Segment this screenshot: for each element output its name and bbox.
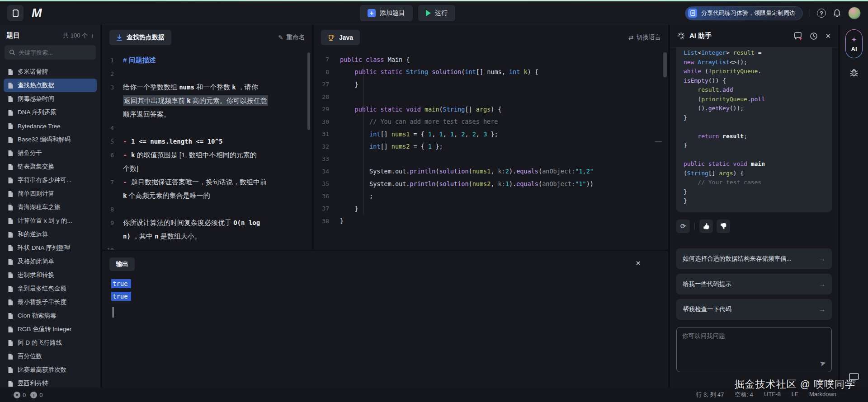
line-number: 8 [102, 206, 123, 213]
markdown-line: 9你所设计算法的时间复杂度必须优于 O(n log [102, 216, 312, 229]
new-chat-icon[interactable] [794, 32, 802, 40]
markdown-line: 返回其中出现频率前 k 高的元素。你可以按任意 [102, 94, 312, 108]
ai-close-icon[interactable]: ✕ [825, 32, 831, 40]
run-button[interactable]: 运行 [418, 5, 455, 21]
line-number: 9 [102, 220, 123, 226]
search-box[interactable] [5, 45, 96, 60]
code-scrollbar[interactable] [663, 52, 667, 77]
code-line: 28 [314, 91, 668, 103]
send-icon[interactable]: ➤ [818, 358, 827, 369]
code-editor[interactable]: 7public class Main {8 public static Stri… [314, 50, 668, 250]
logo-m[interactable]: M [32, 6, 42, 20]
console-monitor-icon[interactable] [849, 372, 859, 382]
markdown-line: 3给你一个整数数组 nums 和一个整数 k ，请你 [102, 80, 312, 94]
sort-arrow-icon[interactable]: ↑ [91, 32, 94, 39]
add-question-button[interactable]: + 添加题目 [360, 5, 413, 21]
sidebar-item[interactable]: 比赛最高获胜次数 [4, 363, 97, 377]
sidebar-item-label: 猫鱼分干 [18, 149, 42, 157]
eol-type[interactable]: LF [792, 391, 798, 399]
sidebar-item[interactable]: 及格如此简单 [4, 255, 97, 268]
sidebar-item[interactable]: 简单四则计算 [4, 187, 97, 201]
sidebar-item[interactable]: 昱西利芬特 [4, 377, 97, 388]
search-input[interactable] [19, 49, 86, 56]
suggestion-chip[interactable]: 给我一些代码提示→ [676, 274, 832, 294]
problem-tab[interactable]: 查找热点数据 [109, 30, 171, 45]
ai-assistant-panel: AI 助手 ✕ List<Integer> result =new ArrayL… [670, 25, 838, 388]
encoding[interactable]: UTF-8 [764, 391, 781, 399]
document-icon [7, 136, 14, 143]
ai-toggle-button[interactable]: ✦ AI [845, 29, 863, 58]
window-toggle-button[interactable] [7, 5, 24, 21]
avatar[interactable] [848, 7, 861, 19]
arrow-right-icon: → [819, 255, 826, 262]
sidebar-item[interactable]: Bytedance Tree [4, 119, 97, 133]
sidebar-item-label: 最小替换子串长度 [18, 298, 66, 306]
suggestion-chip[interactable]: 如何选择合适的数据结构来存储频率信...→ [676, 248, 832, 269]
markdown-line: 4 [102, 121, 312, 135]
sidebar-item[interactable]: 最小替换子串长度 [4, 295, 97, 309]
sidebar-item[interactable]: 查找热点数据 [4, 79, 97, 92]
sidebar-item[interactable]: 进制求和转换 [4, 268, 97, 282]
help-icon[interactable]: ? [817, 9, 826, 18]
problem-scrollbar[interactable] [307, 52, 310, 130]
sparkle-icon [677, 32, 685, 40]
switch-language-button[interactable]: ⇄ 切换语言 [628, 33, 661, 42]
sidebar-item-label: Bytedance Tree [18, 123, 61, 130]
debug-bug-icon[interactable] [849, 67, 859, 77]
sidebar-item[interactable]: RGB 色值转 Integer [4, 323, 97, 336]
suggestion-label: 给我一些代码提示 [683, 280, 731, 288]
output-line: true [111, 290, 668, 303]
sidebar-item[interactable]: 百分位数 [4, 350, 97, 363]
topbar-actions: + 添加题目 运行 [360, 5, 455, 21]
line-number: 8 [314, 69, 340, 75]
output-tab[interactable]: 输出 [109, 257, 135, 271]
share-banner[interactable]: 分享代码练习体验，领限量定制周边 [685, 6, 803, 20]
sidebar-item[interactable]: 青海湖租车之旅 [4, 201, 97, 214]
suggestion-chip[interactable]: 帮我检查一下代码→ [676, 299, 832, 320]
notification-bell-icon[interactable] [833, 9, 841, 18]
ai-input-box[interactable]: ➤ [676, 327, 832, 372]
sidebar-item[interactable]: 计算位置 x 到 y 的... [4, 214, 97, 228]
sidebar-item-label: 青海湖租车之旅 [18, 203, 61, 211]
sidebar-item[interactable]: 环状 DNA 序列整理 [4, 241, 97, 255]
language-mode[interactable]: Markdown [809, 391, 836, 399]
sidebar-item[interactable]: 和的逆运算 [4, 228, 97, 241]
sidebar-item[interactable]: Cion 勒索病毒 [4, 309, 97, 323]
sidebar-item[interactable]: 链表聚集交换 [4, 160, 97, 173]
errors-indicator[interactable]: ✕ 0 [14, 392, 26, 398]
ai-question-input[interactable] [682, 332, 826, 359]
thumbs-down-button[interactable]: 👎 [717, 220, 730, 233]
sidebar-item[interactable]: DNA 序列还原 [4, 106, 97, 119]
line-number: 10 [102, 247, 123, 250]
indentation[interactable]: 空格: 4 [735, 391, 753, 399]
sidebar-item-label: 拿到最多红包金额 [18, 285, 66, 293]
thumbs-up-button[interactable]: 👍 [699, 220, 713, 233]
rename-button[interactable]: ✎ 重命名 [278, 33, 305, 42]
sidebar-title: 题目 [6, 31, 20, 40]
sidebar-item-label: Base32 编码和解码 [18, 136, 71, 144]
line-number: 6 [102, 152, 123, 159]
sidebar-item[interactable]: 阿 D 的飞行路线 [4, 336, 97, 350]
line-number: 5 [102, 138, 123, 145]
sidebar-item[interactable]: 猫鱼分干 [4, 146, 97, 160]
workspace: 题目 共 100 个 ↑ 多米诺骨牌查找热点数据病毒感染时间DNA 序列还原By… [0, 25, 868, 388]
sidebar-item-label: 和的逆运算 [18, 230, 48, 238]
document-icon [7, 109, 14, 116]
output-close-icon[interactable]: ✕ [635, 259, 641, 267]
sidebar-item[interactable]: Base32 编码和解码 [4, 133, 97, 146]
warnings-indicator[interactable]: ! 0 [30, 392, 42, 398]
markdown-editor[interactable]: 1# 问题描述23给你一个整数数组 nums 和一个整数 k ，请你返回其中出现… [102, 50, 312, 250]
sidebar-item[interactable]: 字符串有多少种可... [4, 173, 97, 187]
markdown-line: k 个高频元素的集合是唯一的 [102, 189, 312, 202]
warning-icon: ! [30, 392, 37, 398]
output-console[interactable]: truetrue [102, 274, 668, 318]
cursor-position[interactable]: 行 3, 列 47 [696, 391, 724, 399]
sidebar-item[interactable]: 拿到最多红包金额 [4, 282, 97, 295]
sidebar-item-label: 环状 DNA 序列整理 [18, 244, 70, 252]
document-icon [7, 218, 14, 224]
sidebar-item[interactable]: 多米诺骨牌 [4, 65, 97, 79]
history-icon[interactable] [810, 32, 818, 40]
sidebar-item[interactable]: 病毒感染时间 [4, 92, 97, 106]
java-tab[interactable]: Java [321, 30, 360, 45]
regenerate-button[interactable]: ⟳ [676, 220, 690, 233]
